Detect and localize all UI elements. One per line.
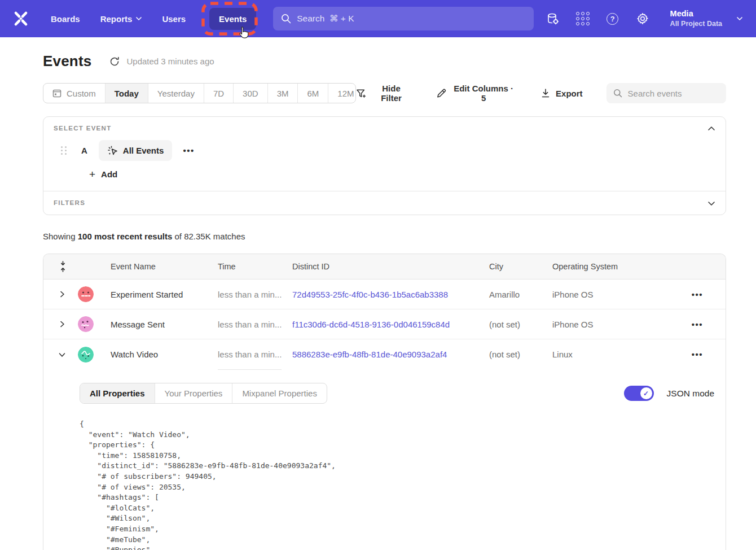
apps-grid-icon[interactable]: [576, 12, 590, 25]
edit-columns-label: Edit Columns · 5: [451, 84, 516, 103]
table-row[interactable]: Message Sent less than a min... f11c30d6…: [43, 309, 726, 339]
column-header-time[interactable]: Time: [218, 262, 292, 271]
events-search: [606, 83, 726, 103]
column-header-distinct-id[interactable]: Distinct ID: [292, 262, 489, 271]
event-selector-chip[interactable]: All Events: [99, 140, 173, 161]
nav-item-reports-label: Reports: [100, 14, 133, 24]
event-avatar: [78, 316, 94, 332]
date-option-6m[interactable]: 6M: [297, 84, 328, 103]
date-option-label: Custom: [67, 89, 96, 98]
json-mode-toggle[interactable]: ✓: [624, 386, 654, 401]
chevron-down-icon: [136, 17, 142, 20]
nav-right-group: ? Media All Project Data: [546, 8, 742, 29]
cell-distinct-id-link[interactable]: 5886283e-e9fb-48fb-81de-40e9093a2af4: [292, 350, 489, 359]
tab-all-properties[interactable]: All Properties: [80, 383, 155, 403]
project-name: Media: [670, 8, 722, 19]
cell-os: iPhone OS: [552, 320, 669, 329]
cell-distinct-id-link[interactable]: 72d49553-25fc-4f0c-b436-1b5ac6ab3388: [292, 290, 489, 299]
tab-your-properties[interactable]: Your Properties: [155, 383, 232, 403]
row-more-button[interactable]: •••: [669, 320, 726, 329]
table-header-row: Event Name Time Distinct ID City Operati…: [43, 254, 726, 280]
row-more-button[interactable]: •••: [669, 290, 726, 299]
select-event-section: SELECT EVENT A All Events ••• +: [43, 117, 726, 191]
project-switcher[interactable]: Media All Project Data: [670, 8, 742, 29]
funnel-plus-icon: [356, 88, 366, 99]
chevron-down-icon[interactable]: [706, 198, 717, 208]
plus-icon: +: [89, 169, 95, 180]
cell-os: iPhone OS: [552, 290, 669, 299]
add-event-button[interactable]: + Add: [89, 169, 117, 180]
events-search-input[interactable]: [606, 83, 726, 103]
pencil-icon: [436, 88, 446, 99]
nav-item-users[interactable]: Users: [162, 14, 186, 24]
time-cell-underline: [218, 369, 282, 370]
event-chip-label: All Events: [123, 146, 164, 155]
cell-city: (not set): [489, 320, 552, 329]
event-detail-panel: All Properties Your Properties Mixpanel …: [43, 369, 726, 550]
table-row[interactable]: Experiment Started less than a min... 72…: [43, 280, 726, 309]
tab-mixpanel-properties[interactable]: Mixpanel Properties: [232, 383, 327, 403]
results-suffix: of 82.35K matches: [172, 232, 245, 241]
cell-time: less than a min...: [218, 290, 292, 299]
toggle-knob-check-icon: ✓: [640, 387, 652, 399]
column-header-city[interactable]: City: [489, 262, 552, 271]
row-expand-chevron-right[interactable]: [43, 291, 78, 298]
nav-item-events-wrapper: Events: [209, 8, 256, 30]
page-title: Events: [43, 53, 91, 70]
help-icon[interactable]: ?: [606, 12, 619, 25]
row-more-button[interactable]: •••: [669, 350, 726, 359]
cell-os: Linux: [552, 350, 669, 359]
select-event-label: SELECT EVENT: [54, 125, 715, 132]
date-option-3m[interactable]: 3M: [267, 84, 298, 103]
data-management-icon[interactable]: [546, 12, 560, 25]
download-icon: [540, 88, 551, 98]
search-icon: [613, 89, 622, 98]
settings-gear-icon[interactable]: [636, 12, 649, 25]
table-row-expanded[interactable]: Watch Video less than a min... 5886283e-…: [43, 339, 726, 369]
edit-columns-button[interactable]: Edit Columns · 5: [436, 84, 516, 103]
filters-section[interactable]: FILTERS: [43, 191, 726, 215]
event-avatar: [78, 347, 94, 363]
chevron-down-icon: [737, 17, 742, 20]
mixpanel-logo[interactable]: [12, 10, 29, 27]
nav-item-events[interactable]: Events: [209, 8, 256, 30]
project-scope: All Project Data: [670, 19, 722, 29]
event-avatar: [78, 286, 94, 302]
chevron-up-icon[interactable]: [706, 124, 717, 134]
row-expand-chevron-down[interactable]: [43, 351, 78, 358]
nav-item-boards[interactable]: Boards: [51, 14, 80, 24]
date-option-yesterday[interactable]: Yesterday: [148, 84, 204, 103]
filters-label: FILTERS: [54, 199, 715, 206]
column-header-event-name[interactable]: Event Name: [111, 262, 218, 271]
hide-filter-button[interactable]: Hide Filter: [356, 84, 411, 103]
date-option-today[interactable]: Today: [105, 84, 148, 103]
event-json-view: { "event": "Watch Video", "properties": …: [80, 419, 714, 550]
nav-item-reports[interactable]: Reports: [100, 14, 142, 24]
date-option-12m[interactable]: 12M: [328, 84, 356, 103]
events-table: Event Name Time Distinct ID City Operati…: [43, 254, 726, 550]
export-button[interactable]: Export: [540, 88, 583, 98]
hide-filter-label: Hide Filter: [371, 84, 411, 103]
date-option-custom[interactable]: Custom: [43, 84, 105, 103]
cell-time: less than a min...: [218, 320, 292, 329]
controls-row: Custom Today Yesterday 7D 30D 3M 6M 12M …: [43, 83, 726, 103]
row-expand-chevron-right[interactable]: [43, 321, 78, 328]
search-icon: [281, 14, 291, 24]
properties-tabs: All Properties Your Properties Mixpanel …: [80, 383, 327, 404]
event-more-button[interactable]: •••: [183, 146, 194, 155]
project-switcher-text: Media All Project Data: [670, 8, 722, 29]
json-mode-group: ✓ JSON mode: [624, 386, 714, 401]
global-search: [273, 7, 534, 30]
expand-collapse-all-icon[interactable]: [43, 261, 78, 272]
export-label: Export: [556, 89, 583, 98]
date-option-7d[interactable]: 7D: [204, 84, 233, 103]
column-header-os[interactable]: Operating System: [552, 262, 669, 271]
drag-handle[interactable]: [61, 146, 67, 155]
cell-event-name: Message Sent: [111, 320, 218, 329]
cell-distinct-id-link[interactable]: f11c30d6-dc6d-4518-9136-0d046159c84d: [292, 320, 489, 329]
cell-time: less than a min...: [218, 350, 292, 359]
global-search-input[interactable]: [273, 7, 534, 30]
cell-city: Amarillo: [489, 290, 552, 299]
date-option-30d[interactable]: 30D: [233, 84, 267, 103]
refresh-icon[interactable]: [109, 56, 120, 67]
